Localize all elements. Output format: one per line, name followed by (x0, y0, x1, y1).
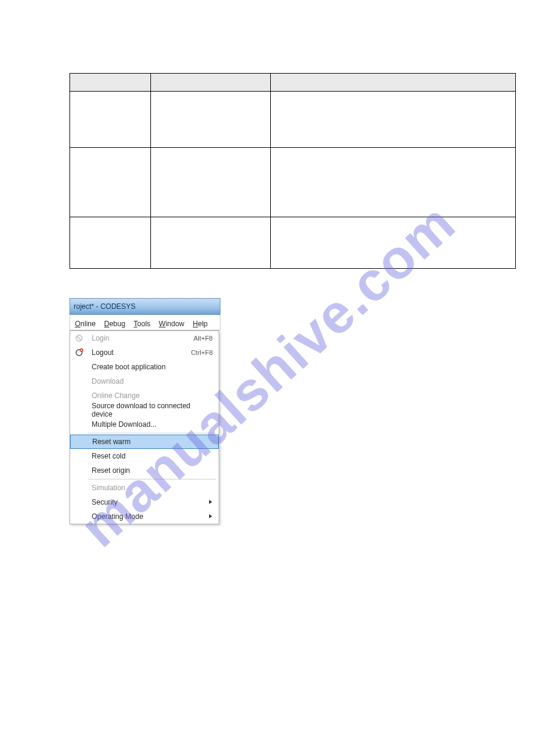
menu-item-operating-mode[interactable]: Operating Mode (70, 509, 219, 524)
online-menu-dropdown: Login Alt+F8 Logout Ctrl+F8 Create boot … (69, 330, 219, 524)
table-header-3 (271, 74, 516, 92)
menu-item-shortcut: Ctrl+F8 (191, 349, 213, 356)
menu-item-label: Download (92, 377, 123, 385)
menu-item-shortcut: Alt+F8 (194, 335, 213, 342)
menu-item-label: Security (92, 498, 117, 506)
menu-item-label: Reset cold (92, 452, 126, 460)
table-row (70, 217, 516, 269)
window-title: roject* - CODESYS (74, 302, 135, 311)
menu-item-online-change[interactable]: Online Change (70, 388, 219, 403)
table-header-2 (151, 74, 271, 92)
menu-item-create-boot-application[interactable]: Create boot application (70, 360, 219, 374)
menu-item-label: Create boot application (92, 363, 165, 371)
menu-debug[interactable]: Debug (104, 320, 125, 328)
menu-item-label: Login (92, 334, 109, 342)
menu-separator (88, 479, 216, 479)
menu-item-reset-origin[interactable]: Reset origin (70, 463, 219, 478)
menu-tools[interactable]: Tools (134, 320, 150, 328)
menu-item-label: Multiple Download... (92, 420, 156, 429)
menu-bar: Online Debug Tools Window Help (69, 317, 220, 330)
table-header-row (70, 74, 516, 92)
menu-item-security[interactable]: Security (70, 495, 219, 509)
menu-item-source-download[interactable]: Source download to connected device (70, 403, 219, 417)
menu-separator (88, 433, 216, 433)
menu-online[interactable]: Online (75, 320, 96, 328)
login-icon (74, 333, 84, 344)
menu-item-label: Reset origin (92, 466, 130, 475)
menu-item-login[interactable]: Login Alt+F8 (70, 331, 219, 345)
menu-item-label: Reset warm (92, 438, 131, 446)
table-row (70, 148, 516, 217)
menu-item-label: Logout (92, 348, 114, 357)
data-table (69, 73, 516, 269)
menu-window[interactable]: Window (159, 320, 185, 328)
menu-item-label: Online Change (92, 391, 140, 400)
menu-item-logout[interactable]: Logout Ctrl+F8 (70, 345, 219, 360)
menu-item-reset-warm[interactable]: Reset warm (70, 435, 219, 449)
menu-item-download[interactable]: Download (70, 374, 219, 388)
table-row (70, 92, 516, 148)
menu-item-label: Simulation (92, 484, 125, 492)
app-screenshot: roject* - CODESYS Online Debug Tools Win… (69, 298, 220, 524)
table-header-1 (70, 74, 151, 92)
menu-help[interactable]: Help (193, 320, 208, 328)
menu-item-label: Operating Mode (92, 512, 143, 521)
logout-icon (74, 347, 84, 358)
menu-item-simulation[interactable]: Simulation (70, 481, 219, 495)
menu-item-reset-cold[interactable]: Reset cold (70, 449, 219, 463)
menu-item-multiple-download[interactable]: Multiple Download... (70, 417, 219, 432)
menu-item-label: Source download to connected device (92, 402, 213, 418)
submenu-arrow-icon (208, 498, 213, 506)
window-title-bar: roject* - CODESYS (69, 298, 220, 315)
submenu-arrow-icon (208, 512, 213, 521)
